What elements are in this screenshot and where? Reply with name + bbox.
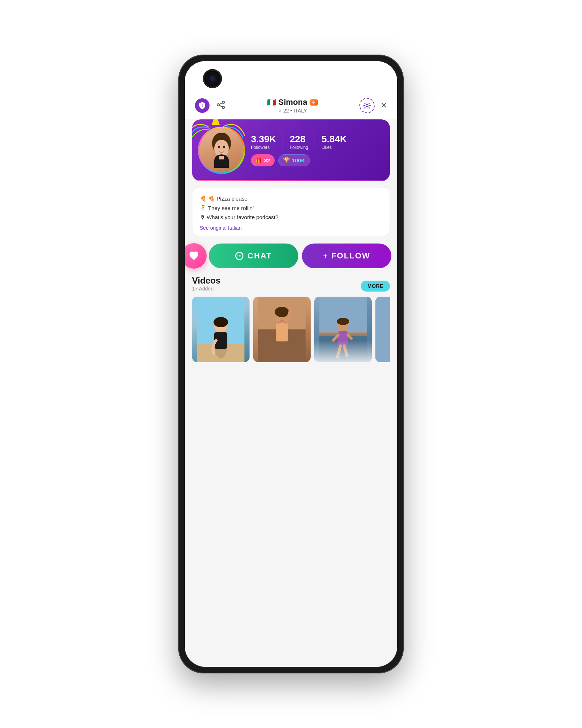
header-left-actions: ! (195, 98, 226, 113)
gifts-badge[interactable]: 🎁 32 (251, 154, 275, 166)
followers-label: Followers (251, 145, 270, 150)
videos-section: Videos 17 Added MORE (192, 276, 390, 362)
videos-header: Videos 17 Added MORE (192, 276, 390, 292)
svg-line-5 (219, 106, 222, 107)
svg-point-6 (366, 104, 368, 107)
share-icon (217, 101, 226, 109)
settings-button[interactable] (359, 98, 375, 113)
likes-value: 5.84K (322, 134, 347, 144)
video-thumb-3[interactable] (314, 297, 372, 362)
followers-value: 3.39K (251, 134, 276, 144)
profile-banner: 3.39K Followers 228 Following 5.84K Like… (192, 119, 390, 181)
svg-point-7 (214, 119, 218, 122)
stats-section: 3.39K Followers 228 Following 5.84K Like… (251, 134, 382, 166)
score-icon: 🏆 (283, 157, 290, 164)
likes-label: Likes (322, 145, 332, 150)
action-buttons-area: CHAT + FOLLOW (185, 244, 397, 268)
profile-name-row: 🇮🇹 Simona ✈ (226, 98, 359, 107)
svg-point-3 (217, 104, 219, 106)
profile-name: Simona (278, 98, 307, 107)
gifts-count: 32 (264, 157, 270, 163)
follow-plus: + (323, 251, 328, 261)
badges-row: 🎁 32 🏆 100K (251, 154, 382, 166)
bio-line-2: 🕺 They see me rollin' (200, 203, 382, 213)
verified-badge: ✈ (310, 99, 318, 106)
svg-rect-33 (375, 297, 390, 362)
video-thumb-1-img (192, 297, 250, 362)
follow-button[interactable]: + FOLLOW (302, 244, 391, 268)
translate-button[interactable]: See original Italian (200, 225, 382, 231)
share-button[interactable] (217, 101, 226, 110)
shield-button[interactable]: ! (195, 98, 210, 113)
svg-point-21 (214, 317, 228, 327)
close-button[interactable]: ✕ (380, 101, 387, 110)
svg-point-16 (240, 255, 242, 256)
more-button[interactable]: MORE (361, 281, 390, 292)
videos-count: 17 Added (192, 286, 220, 292)
video-grid (192, 297, 390, 362)
svg-text:!: ! (202, 104, 203, 107)
bio-box: 🍕 🍕 Pizza please 🕺 They see me rollin' 🎙… (192, 187, 390, 236)
following-value: 228 (290, 134, 305, 144)
profile-title-area: 🇮🇹 Simona ✈ ♀ 22 • ITALY (226, 98, 359, 114)
phone-screen: ! 🇮🇹 Simona ✈ (185, 61, 397, 667)
svg-point-1 (222, 101, 224, 103)
flag-emoji: 🇮🇹 (267, 98, 276, 107)
bio-line-3: 🎙 What's your favorite podcast? (200, 213, 382, 222)
avatar-image (199, 128, 244, 173)
score-value: 100K (292, 157, 305, 163)
svg-point-10 (218, 146, 220, 148)
video-thumb-4-partial[interactable] (375, 297, 390, 362)
svg-line-4 (219, 103, 222, 104)
score-badge[interactable]: 🏆 100K (278, 154, 310, 166)
gear-icon (363, 102, 371, 109)
profile-gender-age: ♀ 22 • ITALY (226, 108, 359, 114)
gift-icon: 🎁 (255, 157, 262, 164)
svg-rect-12 (219, 156, 224, 159)
chat-icon (235, 252, 244, 260)
likes-stat[interactable]: 5.84K Likes (315, 134, 353, 150)
following-stat[interactable]: 228 Following (283, 134, 315, 150)
video-thumb-1[interactable] (192, 297, 250, 362)
svg-point-31 (337, 318, 349, 325)
svg-point-15 (239, 255, 240, 256)
follow-label: FOLLOW (331, 251, 370, 261)
video-thumb-2-img (253, 297, 311, 362)
svg-point-2 (222, 106, 224, 108)
shield-icon: ! (199, 102, 206, 110)
video-thumb-4-img (375, 297, 390, 362)
followers-stat[interactable]: 3.39K Followers (251, 134, 283, 150)
avatar-person (207, 133, 236, 168)
videos-title: Videos (192, 276, 220, 286)
avatar-frame (198, 127, 245, 174)
phone-frame: ! 🇮🇹 Simona ✈ (178, 55, 404, 673)
profile-header: ! 🇮🇹 Simona ✈ (185, 94, 397, 119)
videos-title-area: Videos 17 Added (192, 276, 220, 292)
svg-rect-26 (276, 323, 288, 341)
following-label: Following (290, 145, 308, 150)
svg-point-14 (238, 255, 239, 256)
svg-point-11 (223, 146, 225, 148)
thumb-gradient (314, 340, 372, 362)
chat-button[interactable]: CHAT (209, 244, 298, 268)
buttons-wrapper: CHAT + FOLLOW (185, 244, 397, 268)
video-thumb-2[interactable] (253, 297, 311, 362)
heart-icon (188, 251, 199, 261)
chat-label: CHAT (247, 251, 272, 261)
bio-line-1: 🍕 🍕 Pizza please (200, 194, 382, 203)
stats-row: 3.39K Followers 228 Following 5.84K Like… (251, 134, 382, 150)
svg-point-25 (275, 307, 289, 317)
header-right-actions: ✕ (359, 98, 387, 113)
camera-notch (203, 69, 222, 88)
